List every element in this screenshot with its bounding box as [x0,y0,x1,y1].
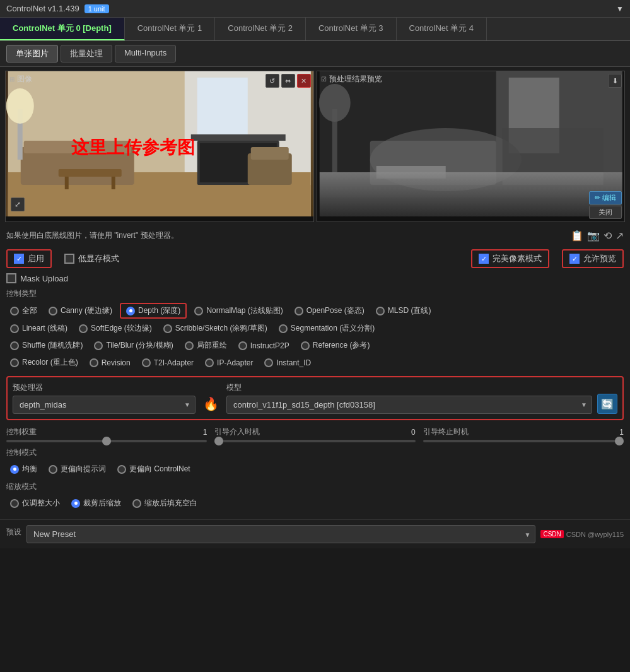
mask-upload-row: Mask Upload [6,273,624,283]
refresh-models-btn[interactable]: 🔄 [597,394,617,414]
end-step-slider[interactable] [423,440,624,442]
tab-unit2[interactable]: ControlNet 单元 2 [215,18,306,40]
perfect-pixel-checkbox[interactable]: 完美像素模式 [471,249,549,268]
radio-scribble[interactable]: Scribble/Sketch (涂鸦/草图) [160,321,271,336]
radio-mlsd-label: MLSD (直线) [388,305,431,316]
scale-resize[interactable]: 仅调整大小 [6,496,64,510]
radio-ipadapter[interactable]: IP-Adapter [201,357,257,369]
start-step-slider[interactable] [214,440,415,442]
hint-refresh-btn[interactable]: ⟲ [604,230,612,242]
radio-tileblur-label: Tile/Blur (分块/模糊) [106,340,173,351]
radio-openpose[interactable]: OpenPose (姿态) [291,304,368,318]
model-group: 模型 control_v11f1p_sd15_depth [cfd03158] … [226,382,592,414]
radio-reference[interactable]: Reference (参考) [297,338,374,353]
control-type-row-2: Lineart (线稿) SoftEdge (软边缘) Scribble/Ske… [6,321,624,336]
source-flip-btn[interactable]: ⇔ [281,74,295,88]
radio-tileblur[interactable]: Tile/Blur (分块/模糊) [90,338,177,353]
mode-prompt-label: 更偏向提示词 [61,464,106,475]
allow-preview-checkbox[interactable]: 允许预览 [562,249,624,268]
sub-tabs: 单张图片 批量处理 Multi-Inputs [0,41,630,67]
preprocessor-select[interactable]: depth_midas [13,396,195,414]
start-step-header: 引导介入时机 0 [214,427,415,437]
radio-revision[interactable]: Revision [86,357,134,369]
hint-copy-btn[interactable]: 📋 [571,230,583,242]
image-panels: ⊞ 图像 ↺ ⇔ ✕ [0,67,630,226]
mode-balanced-label: 均衡 [22,464,37,475]
radio-recolor[interactable]: Recolor (重上色) [6,355,82,370]
mask-cb-box [6,273,16,283]
radio-ipadapter-dot [205,358,214,367]
mask-upload-checkbox[interactable]: Mask Upload [6,273,68,283]
radio-all[interactable]: 全部 [6,304,41,318]
enable-checkbox[interactable]: 启用 [6,249,52,268]
preview-download-btn[interactable]: ⬇ [608,74,622,88]
radio-localoverlap-label: 局部重绘 [197,340,227,351]
mode-controlnet[interactable]: 更偏向 ControlNet [114,462,194,476]
preset-row: 预设 New Preset ▼ CSDN CSDN @wyply115 [0,519,630,548]
model-label: 模型 [226,382,592,393]
radio-normalmap-label: NormalMap (法线贴图) [206,305,283,316]
sub-tab-multi[interactable]: Multi-Inputs [115,45,176,62]
radio-mlsd[interactable]: MLSD (直线) [372,304,435,318]
radio-depth[interactable]: Depth (深度) [120,303,187,319]
weight-label: 控制权重 [6,427,37,437]
radio-localoverlap[interactable]: 局部重绘 [181,338,231,353]
sub-tab-batch[interactable]: 批量处理 [61,45,112,62]
radio-normalmap[interactable]: NormalMap (法线贴图) [190,304,286,318]
watermark: CSDN CSDN @wyply115 [540,530,624,538]
tab-unit1[interactable]: ControlNet 单元 1 [125,18,216,40]
radio-segmentation-dot [279,324,288,333]
source-expand-btn[interactable]: ⤢ [11,197,25,211]
radio-t2iadapter[interactable]: T2I-Adapter [138,357,197,369]
svg-rect-8 [112,177,115,189]
radio-openpose-label: OpenPose (姿态) [306,305,365,316]
mode-prompt[interactable]: 更偏向提示词 [45,462,110,476]
tab-unit3[interactable]: ControlNet 单元 3 [306,18,397,40]
svg-text:这里上传参考图: 这里上传参考图 [71,137,195,157]
sliders-row: 控制权重 1 引导介入时机 0 引导终止时机 1 [6,427,624,442]
radio-lineart[interactable]: Lineart (线稿) [6,321,71,336]
radio-canny-label: Canny (硬边缘) [61,305,112,316]
radio-segmentation[interactable]: Segmentation (语义分割) [275,321,378,336]
control-mode-radio-row: 均衡 更偏向提示词 更偏向 ControlNet [6,462,624,476]
source-label: ⊞ 图像 [9,74,32,85]
radio-shuffle[interactable]: Shuffle (随机洗牌) [6,338,86,353]
radio-instructp2p[interactable]: InstructP2P [235,339,293,352]
radio-all-dot [10,307,19,315]
weight-slider[interactable] [6,440,207,442]
control-mode-label: 控制模式 [6,447,624,458]
radio-instantid-dot [264,358,273,367]
radio-canny[interactable]: Canny (硬边缘) [45,304,116,318]
source-image-panel: ⊞ 图像 ↺ ⇔ ✕ [5,71,314,222]
radio-softedge[interactable]: SoftEdge (软边缘) [75,321,156,336]
tab-unit4[interactable]: ControlNet 单元 4 [397,18,487,40]
model-select[interactable]: control_v11f1p_sd15_depth [cfd03158] [226,396,592,414]
scale-fillscale[interactable]: 缩放后填充空白 [129,496,201,510]
preprocessor-label: 预处理器 [13,382,195,393]
perfect-pixel-label: 完美像素模式 [493,253,542,264]
svg-rect-15 [251,147,289,160]
radio-instructp2p-dot [238,341,247,350]
sub-tab-single[interactable]: 单张图片 [6,45,58,62]
hint-text: 如果使用白底黑线图片，请使用 "invert" 预处理器。 [6,230,178,241]
edit-btn[interactable]: ✏ 编辑 [589,191,622,204]
mode-balanced[interactable]: 均衡 [6,462,41,476]
low-memory-checkbox[interactable]: 低显存模式 [64,253,119,264]
title-bar-chevron[interactable]: ▼ [616,4,624,13]
hint-send-btn[interactable]: ↗ [615,230,624,242]
download-btn[interactable]: ⬇ [608,74,622,88]
scale-cropscale-label: 裁剪后缩放 [83,498,121,509]
hint-camera-btn[interactable]: 📷 [587,230,600,242]
source-close-btn[interactable]: ✕ [297,74,311,88]
hint-toolbar: 📋 📷 ⟲ ↗ [571,230,624,242]
preview-close-btn[interactable]: 关闭 [589,206,622,219]
fire-button[interactable]: 🔥 [201,396,221,411]
source-image[interactable]: 这里上传参考图 ⤢ [6,71,313,216]
mode-controlnet-dot [117,465,126,474]
radio-instantid[interactable]: Instant_ID [260,357,315,369]
end-step-label: 引导终止时机 [423,427,469,437]
tab-unit0[interactable]: ControlNet 单元 0 [Depth] [0,18,125,40]
preset-select[interactable]: New Preset [26,525,535,543]
scale-cropscale[interactable]: 裁剪后缩放 [67,496,125,510]
source-rotate-btn[interactable]: ↺ [265,74,279,88]
